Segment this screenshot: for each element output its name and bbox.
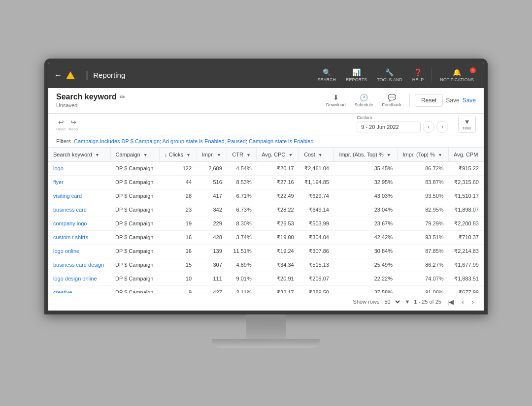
page-prev-button[interactable]: ‹ (460, 297, 466, 307)
table-cell: 417 (197, 189, 227, 203)
redo-button[interactable]: ↪ (69, 117, 77, 127)
table-cell: ₹34.34 (257, 258, 299, 272)
table-row: visiting cardDP $ Campaign284176.71%₹22.… (48, 189, 484, 203)
col-avg-cpm[interactable]: Avg. CPM (449, 148, 484, 162)
table-cell: DP $ Campaign (110, 189, 160, 203)
edit-title-icon[interactable]: ✏ (120, 93, 126, 101)
col-keyword[interactable]: Search keyword ▼ (48, 148, 110, 162)
table-cell: 3.74% (227, 230, 257, 244)
feedback-button[interactable]: 💬 Feedback (379, 92, 404, 109)
filters-text: Campaign includes DP $ Campaign; Ad grou… (74, 138, 314, 144)
table-cell: DP $ Campaign (110, 230, 160, 244)
table-cell: 9 (160, 285, 197, 293)
table-cell: 82.95% (398, 203, 449, 217)
help-nav-button[interactable]: ❓ HELP (408, 66, 428, 84)
page-next-button[interactable]: › (470, 297, 476, 307)
table-cell: 4.54% (227, 161, 257, 175)
schedule-button[interactable]: 🕐 Schedule (352, 92, 376, 109)
table-cell: logo design online (48, 272, 110, 285)
table-cell: custom t shirts (48, 230, 110, 244)
page-first-button[interactable]: |◀ (445, 297, 456, 307)
table-cell: 44 (160, 175, 197, 189)
reset-button[interactable]: Reset (415, 94, 443, 107)
col-impr[interactable]: Impr. ▼ (197, 148, 227, 162)
redo-label: Redo (68, 127, 78, 131)
table-cell: 111 (197, 272, 227, 285)
rows-per-page-select[interactable]: 50 10 25 100 (382, 298, 401, 305)
table-cell: DP $ Campaign (110, 175, 160, 189)
table-row: custom t shirtsDP $ Campaign164283.74%₹1… (48, 230, 484, 244)
save-button[interactable]: Save (463, 97, 476, 104)
date-range-select[interactable]: 9 - 20 Jun 2022 (357, 122, 421, 132)
table-container[interactable]: Search keyword ▼ Campaign ▼ ↓ Clicks ▼ I… (48, 148, 484, 293)
sort-icon-impr: ▼ (217, 153, 221, 157)
search-nav-button[interactable]: 🔍 SEARCH (313, 66, 340, 84)
sort-icon-ctr: ▼ (246, 153, 251, 157)
table-cell: logo (48, 161, 110, 175)
table-cell: 35.45% (334, 161, 398, 175)
help-nav-label: HELP (412, 77, 424, 82)
col-impr-abs-top[interactable]: Impr. (Abs. Top) % ▼ (334, 148, 398, 162)
table-cell: ₹20.91 (257, 272, 299, 285)
data-table: Search keyword ▼ Campaign ▼ ↓ Clicks ▼ I… (48, 148, 484, 293)
table-cell: DP $ Campaign (110, 285, 160, 293)
download-icon: ⬇ (333, 94, 339, 101)
col-ctr[interactable]: CTR ▼ (227, 148, 257, 162)
table-cell: ₹289.50 (299, 285, 334, 293)
save-disabled-button[interactable]: Save (446, 97, 459, 104)
help-icon: ❓ (414, 68, 422, 76)
tools-nav-button[interactable]: 🔧 TOOLS AND (373, 66, 406, 84)
table-cell: 4.89% (227, 258, 257, 272)
table-cell: ₹1,898.07 (449, 203, 484, 217)
table-cell: ₹22.49 (257, 189, 299, 203)
table-cell: 16 (160, 244, 197, 258)
table-cell: 43.03% (334, 189, 398, 203)
date-prev-button[interactable]: ‹ (423, 121, 434, 133)
notifications-button[interactable]: 🔔 1 NOTIFICATIONS (436, 66, 478, 84)
download-label: Download (326, 102, 346, 107)
col-avg-cpc[interactable]: Avg. CPC ▼ (257, 148, 299, 162)
table-cell: 30.84% (334, 244, 398, 258)
table-cell: 22.22% (334, 272, 398, 285)
table-cell: 139 (197, 244, 227, 258)
filter-button[interactable]: ▼ Filter (458, 116, 476, 133)
table-cell: ₹2,214.83 (449, 244, 484, 258)
table-cell: 427 (197, 285, 227, 293)
download-button[interactable]: ⬇ Download (323, 92, 349, 109)
undo-button[interactable]: ↩ (57, 117, 65, 127)
table-cell: ₹515.13 (299, 258, 334, 272)
reports-nav-label: REPORTS (346, 77, 367, 82)
feedback-label: Feedback (382, 102, 401, 107)
table-cell: ₹677.99 (449, 285, 484, 293)
table-cell: 6.73% (227, 203, 257, 217)
table-cell: 122 (160, 161, 197, 175)
table-cell: 307 (197, 258, 227, 272)
google-ads-logo (66, 71, 75, 79)
table-cell: 23.67% (334, 217, 398, 230)
table-cell: DP $ Campaign (110, 244, 160, 258)
table-cell: 83.87% (398, 175, 449, 189)
table-cell: 23.04% (334, 203, 398, 217)
table-row: creativeDP $ Campaign94272.11%₹32.17₹289… (48, 285, 484, 293)
table-cell: ₹710.37 (449, 230, 484, 244)
back-button[interactable]: ← (54, 71, 62, 80)
table-cell: ₹304.04 (299, 230, 334, 244)
table-cell: 87.85% (398, 244, 449, 258)
col-clicks[interactable]: ↓ Clicks ▼ (160, 148, 197, 162)
table-cell: 93.51% (398, 230, 449, 244)
table-cell: business card (48, 203, 110, 217)
filter-label: Filter (463, 126, 471, 130)
monitor-wrapper: ← | Reporting 🔍 SEARCH 📊 REPORTS 🔧 TOOLS… (44, 59, 488, 348)
col-impr-top[interactable]: Impr. (Top) % ▼ (398, 148, 449, 162)
col-cost[interactable]: Cost ▼ (299, 148, 334, 162)
col-campaign[interactable]: Campaign ▼ (110, 148, 160, 162)
table-cell: ₹20.17 (257, 161, 299, 175)
reports-nav-button[interactable]: 📊 REPORTS (342, 66, 371, 84)
table-cell: logo online (48, 244, 110, 258)
nav-title: Reporting (93, 71, 125, 79)
sort-icon-avg-cpc: ▼ (288, 153, 293, 157)
filters-row: Filters Campaign includes DP $ Campaign;… (48, 135, 484, 148)
undo-label: Undo (56, 127, 66, 131)
date-next-button[interactable]: › (436, 121, 448, 133)
table-cell: 428 (197, 230, 227, 244)
